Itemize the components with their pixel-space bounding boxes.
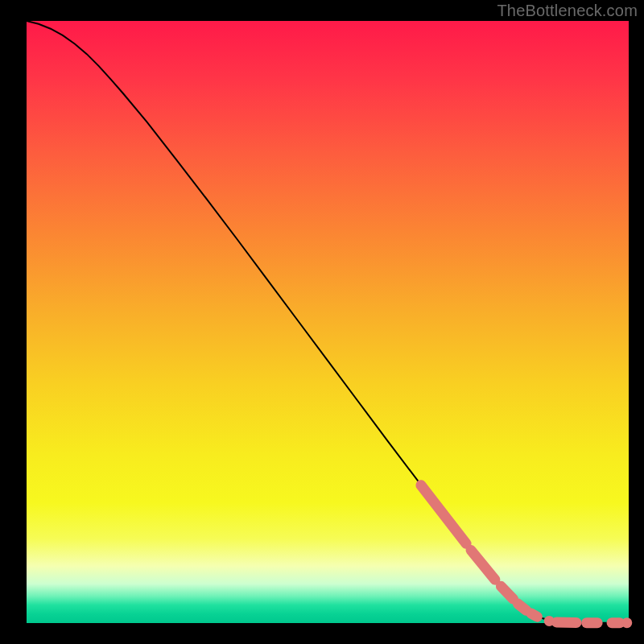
- marker-dot: [621, 617, 632, 628]
- marker-segment: [556, 622, 576, 623]
- marker-segment: [531, 613, 537, 617]
- plot-background: [27, 21, 629, 623]
- watermark-text: TheBottleneck.com: [497, 2, 638, 20]
- marker-segment: [518, 604, 526, 610]
- chart-svg: [0, 0, 644, 644]
- chart-stage: TheBottleneck.com: [0, 0, 644, 644]
